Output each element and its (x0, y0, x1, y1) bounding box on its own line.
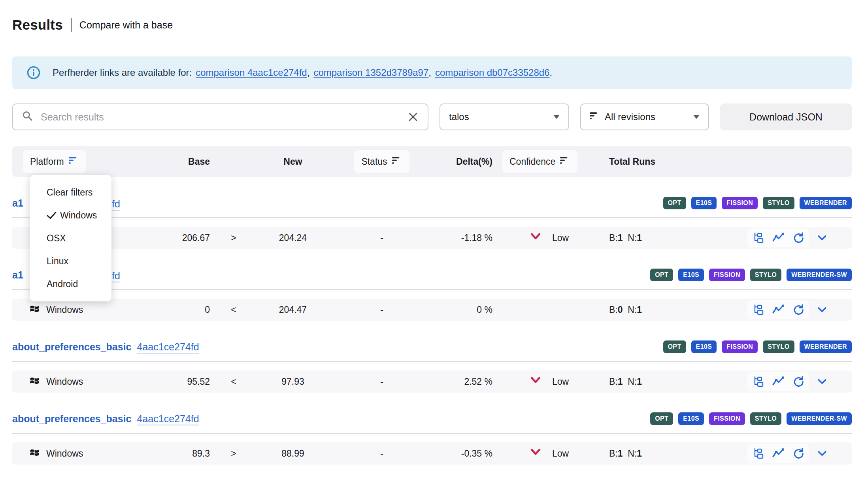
expand-chevron-icon[interactable] (816, 448, 828, 459)
filter-icon (590, 111, 600, 122)
windows-icon (29, 447, 40, 460)
test-name: a1 (12, 269, 23, 281)
search-input[interactable] (40, 111, 407, 123)
retrigger-icon[interactable] (792, 231, 804, 244)
retrigger-icon[interactable] (792, 375, 804, 388)
perfherder-links-banner: Perfherder links are available for: comp… (12, 56, 852, 89)
badge: OPT (663, 340, 686, 353)
search-icon (22, 110, 34, 124)
comparison-link-3[interactable]: comparison db07c33528d6 (435, 67, 550, 78)
framework-select[interactable]: talos (440, 103, 569, 130)
platform-cell: Windows (12, 375, 111, 388)
status-header-filter[interactable]: Status (354, 150, 409, 173)
badge: WEBRENDER-SW (787, 412, 852, 425)
total-runs-cell: B:1 N:1 (587, 448, 666, 459)
revision-link[interactable]: fd (112, 270, 120, 282)
badge: OPT (650, 269, 673, 281)
framework-value: talos (449, 111, 553, 122)
clear-search-icon[interactable] (407, 111, 419, 123)
chevron-down-icon (693, 115, 700, 119)
menu-item-android[interactable]: Android (30, 273, 111, 295)
status-value: - (328, 305, 435, 315)
retrigger-icon[interactable] (792, 447, 804, 460)
menu-item-windows[interactable]: Windows (30, 204, 111, 227)
result-row: Windows 89.3 > 88.99 - -0.35 % Low B:1 N… (12, 442, 852, 465)
delta-value: -0.35 % (435, 448, 492, 459)
total-runs-cell: B:1 N:1 (587, 376, 666, 387)
confidence-cell: Low (492, 375, 587, 388)
platform-label: Windows (46, 448, 83, 459)
expand-chevron-icon[interactable] (816, 232, 828, 244)
comparison-sign: < (210, 305, 257, 315)
search-box[interactable] (12, 103, 428, 130)
delta-value: 0 % (435, 305, 492, 315)
banner-text: Perfherder links are available for: (53, 67, 192, 78)
total-runs-cell: B:1 N:1 (587, 233, 666, 243)
windows-icon (29, 375, 40, 388)
confidence-cell: Low (492, 447, 587, 460)
delta-value: -1.18 % (435, 233, 492, 243)
status-value: - (328, 376, 435, 387)
table-header: Platform Base New Status Delta(%) Confid… (12, 146, 852, 177)
confidence-down-icon (530, 447, 541, 460)
confidence-down-icon (530, 231, 541, 244)
graph-icon[interactable] (772, 375, 785, 388)
status-value: - (328, 448, 435, 459)
filter-icon (69, 156, 79, 167)
revisions-select[interactable]: All revisions (580, 103, 709, 130)
new-value: 204.47 (257, 305, 328, 315)
confidence-label: Low (552, 448, 569, 459)
info-icon (26, 66, 41, 80)
confidence-header-filter[interactable]: Confidence (502, 150, 577, 173)
badge: STYLO (763, 340, 794, 353)
windows-icon (29, 303, 40, 316)
revision-link[interactable]: 4aac1ce274fd (137, 341, 199, 353)
confidence-cell: Low (492, 231, 587, 244)
filter-icon (392, 156, 402, 167)
comparison-link-1[interactable]: comparison 4aac1ce274fd (196, 67, 307, 78)
title-separator (71, 18, 72, 32)
subtests-icon[interactable] (752, 447, 765, 460)
section-title-row: about_preferences_basic 4aac1ce274fd OPT… (12, 340, 852, 362)
confidence-label: Low (552, 233, 569, 243)
page-header: Results Compare with a base (12, 16, 852, 34)
menu-item-linux[interactable]: Linux (30, 250, 111, 273)
result-row: Windows 0 < 204.47 - 0 % B:0 N:1 (12, 299, 852, 321)
badge: FISSION (722, 197, 758, 209)
status-value: - (328, 233, 435, 243)
expand-chevron-icon[interactable] (816, 376, 828, 387)
graph-icon[interactable] (772, 447, 785, 460)
download-json-button[interactable]: Download JSON (720, 103, 852, 130)
badge-list: OPT E10S FISSION STYLO WEBRENDER-SW (650, 412, 852, 425)
menu-item-osx[interactable]: OSX (30, 227, 111, 250)
page-subtitle: Compare with a base (79, 19, 173, 31)
platform-label: Windows (46, 305, 83, 315)
comparison-link-2[interactable]: comparison 1352d3789a97 (313, 67, 428, 78)
badge: E10S (691, 340, 717, 353)
badge: FISSION (722, 340, 758, 353)
platform-filter-menu: Clear filters Windows OSX Linux Android (30, 175, 111, 301)
chevron-down-icon (553, 115, 560, 119)
delta-header: Delta(%) (435, 156, 492, 167)
badge: E10S (691, 197, 717, 209)
row-actions (666, 228, 852, 247)
graph-icon[interactable] (772, 231, 785, 244)
revision-link[interactable]: 4aac1ce274fd (137, 413, 199, 425)
test-name: a1 (12, 197, 23, 209)
platform-header-filter[interactable]: Platform (23, 150, 86, 173)
retrigger-icon[interactable] (792, 303, 804, 316)
result-row: Windows 95.52 < 97.93 - 2.52 % Low B:1 N… (12, 370, 852, 393)
badge: STYLO (750, 269, 781, 281)
section-title-row: a1 fd OPT E10S FISSION STYLO WEBRENDER-S… (12, 269, 852, 290)
menu-item-clear-filters[interactable]: Clear filters (30, 181, 111, 204)
subtests-icon[interactable] (752, 303, 765, 316)
subtests-icon[interactable] (752, 375, 765, 388)
badge: WEBRENDER (800, 340, 852, 353)
graph-icon[interactable] (772, 303, 785, 316)
toolbar: talos All revisions Download JSON (12, 103, 852, 130)
subtests-icon[interactable] (752, 231, 765, 244)
comparison-sign: > (210, 448, 257, 459)
new-value: 97.93 (257, 376, 328, 387)
revision-link[interactable]: fd (112, 198, 120, 210)
expand-chevron-icon[interactable] (816, 304, 828, 316)
